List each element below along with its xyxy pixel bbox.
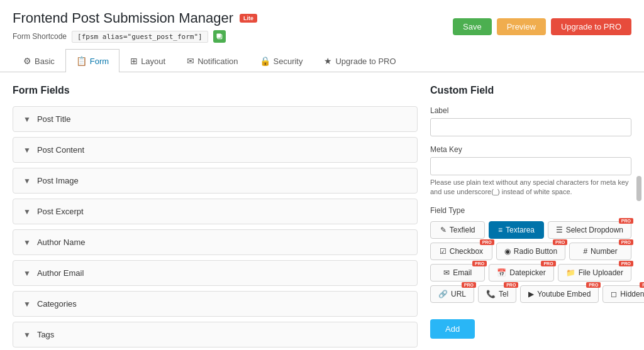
field-type-group: Field Type ✎ Texfield ≡ Textarea (430, 206, 631, 303)
form-icon: 📋 (76, 56, 87, 66)
meta-key-help: Please use plain text without any specia… (430, 178, 631, 197)
file-icon: 📁 (566, 268, 575, 277)
hidden-icon: ◻ (611, 290, 617, 298)
tabs-nav: ⚙ Basic 📋 Form ⊞ Layout ✉ Notification 🔒… (0, 49, 644, 72)
form-fields-title: Form Fields (13, 85, 418, 96)
arrow-icon: ▼ (23, 146, 31, 155)
tab-layout[interactable]: ⊞ Layout (119, 49, 176, 72)
arrow-icon: ▼ (23, 115, 31, 124)
star-icon: ★ (324, 56, 332, 66)
field-label: Author Email (37, 268, 84, 278)
add-button[interactable]: Add (430, 319, 475, 339)
tel-icon: 📞 (486, 290, 496, 298)
shortcode-label: Form Shortcode (13, 32, 67, 41)
field-item-post-title[interactable]: ▼ Post Title (13, 106, 418, 132)
tab-basic[interactable]: ⚙ Basic (13, 49, 65, 72)
type-radio-button[interactable]: ◉ Radio Button PRO (496, 243, 565, 260)
tab-security[interactable]: 🔒 Security (249, 49, 314, 72)
field-item-post-content[interactable]: ▼ Post Content (13, 137, 418, 163)
type-hidden[interactable]: ◻ Hidden PRO (602, 285, 644, 303)
arrow-icon: ▼ (23, 269, 31, 278)
field-type-row-4: 🔗 URL PRO 📞 Tel PRO ▶ Youtube Embed (430, 285, 631, 303)
tab-form[interactable]: 📋 Form (65, 49, 119, 72)
arrow-icon: ▼ (23, 177, 31, 185)
page-title: Frontend Post Submission Manager Lite (13, 10, 257, 26)
type-number[interactable]: # Number PRO (569, 243, 631, 260)
label-input[interactable] (430, 118, 631, 136)
type-texfield[interactable]: ✎ Texfield (430, 221, 485, 239)
type-youtube-embed[interactable]: ▶ Youtube Embed PRO (520, 285, 599, 303)
type-textarea[interactable]: ≡ Textarea (489, 221, 543, 239)
type-select-dropdown[interactable]: ☰ Select Dropdown PRO (548, 221, 631, 239)
copy-icon[interactable] (213, 30, 226, 43)
type-datepicker[interactable]: 📅 Datepicker PRO (489, 264, 553, 282)
save-button[interactable]: Save (453, 18, 492, 35)
notification-icon: ✉ (187, 56, 194, 66)
custom-field-panel: Custom Field Label Meta Key Please use p… (430, 85, 631, 350)
field-label: Author Name (37, 238, 86, 247)
form-fields-panel: Form Fields ▼ Post Title ▼ Post Content … (13, 85, 418, 350)
number-icon: # (583, 247, 587, 256)
arrow-icon: ▼ (23, 207, 31, 216)
field-label: Tags (37, 330, 54, 339)
page-header: Frontend Post Submission Manager Lite Fo… (0, 0, 644, 49)
label-field-group: Label (430, 106, 631, 136)
tab-upgrade[interactable]: ★ Upgrade to PRO (313, 49, 406, 72)
youtube-icon: ▶ (528, 290, 534, 298)
arrow-icon: ▼ (23, 300, 31, 309)
type-checkbox[interactable]: ☑ Checkbox PRO (430, 243, 492, 260)
datepicker-icon: 📅 (497, 268, 506, 277)
pro-badge: PRO (462, 282, 476, 288)
layout-icon: ⊞ (130, 56, 138, 66)
type-url[interactable]: 🔗 URL PRO (430, 285, 474, 303)
type-email[interactable]: ✉ Email PRO (430, 264, 485, 282)
tab-form-label: Form (90, 57, 109, 66)
pro-badge: PRO (586, 282, 601, 288)
field-item-tags[interactable]: ▼ Tags (13, 322, 418, 347)
gear-icon: ⚙ (23, 56, 31, 66)
title-text: Frontend Post Submission Manager (13, 10, 233, 26)
pro-badge: PRO (619, 239, 633, 245)
field-label: Categories (37, 299, 77, 309)
dropdown-icon: ☰ (556, 226, 563, 234)
pro-badge: PRO (640, 282, 644, 288)
header-buttons: Save Preview Upgrade to PRO (453, 18, 631, 35)
meta-key-label: Meta Key (430, 145, 631, 154)
field-label: Post Excerpt (37, 207, 84, 216)
pro-badge: PRO (619, 261, 633, 266)
type-tel[interactable]: 📞 Tel PRO (478, 285, 516, 303)
field-item-categories[interactable]: ▼ Categories (13, 291, 418, 317)
type-file-uploader[interactable]: 📁 File Uploader PRO (558, 264, 631, 282)
radio-icon: ◉ (504, 247, 511, 256)
pro-badge: PRO (541, 261, 555, 266)
arrow-icon: ▼ (23, 331, 31, 339)
field-label: Post Title (37, 114, 70, 124)
pro-badge: PRO (504, 282, 518, 288)
tab-notification[interactable]: ✉ Notification (176, 49, 248, 72)
security-icon: 🔒 (260, 56, 270, 66)
tab-layout-label: Layout (141, 57, 165, 66)
tab-security-label: Security (274, 57, 303, 66)
field-item-post-excerpt[interactable]: ▼ Post Excerpt (13, 199, 418, 224)
pro-badge: PRO (619, 218, 633, 224)
url-icon: 🔗 (438, 290, 448, 298)
field-item-author-email[interactable]: ▼ Author Email (13, 260, 418, 286)
field-type-row-2: ☑ Checkbox PRO ◉ Radio Button PRO # Numb… (430, 243, 631, 260)
tab-basic-label: Basic (35, 57, 55, 66)
field-type-label: Field Type (430, 206, 631, 215)
field-item-post-image[interactable]: ▼ Post Image (13, 168, 418, 194)
textarea-icon: ≡ (498, 226, 502, 234)
field-item-author-name[interactable]: ▼ Author Name (13, 229, 418, 255)
tab-upgrade-label: Upgrade to PRO (335, 57, 396, 66)
meta-key-field-group: Meta Key Please use plain text without a… (430, 145, 631, 197)
field-label: Post Image (37, 176, 79, 185)
preview-button[interactable]: Preview (497, 18, 546, 35)
meta-key-input[interactable] (430, 157, 631, 175)
checkbox-icon: ☑ (440, 247, 447, 256)
upgrade-button[interactable]: Upgrade to PRO (551, 18, 631, 35)
main-content: Form Fields ▼ Post Title ▼ Post Content … (0, 72, 644, 350)
field-type-grid: ✎ Texfield ≡ Textarea ☰ Select Dropdown … (430, 221, 631, 303)
field-type-row-3: ✉ Email PRO 📅 Datepicker PRO 📁 File Uplo… (430, 264, 631, 282)
shortcode-value: [fpsm alias="guest_post_form"] (72, 31, 208, 43)
shortcode-row: Form Shortcode [fpsm alias="guest_post_f… (13, 30, 257, 43)
